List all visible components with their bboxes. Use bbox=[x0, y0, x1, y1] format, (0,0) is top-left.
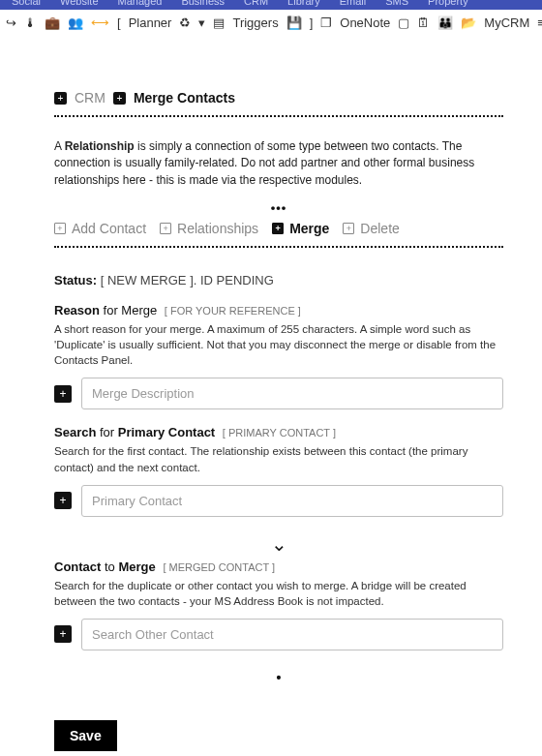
planner-link[interactable]: Planner bbox=[129, 15, 172, 30]
divider bbox=[54, 246, 503, 248]
group-icon[interactable]: 👪 bbox=[437, 15, 453, 30]
section-heading: Reason for Merge [ FOR YOUR REFERENCE ] bbox=[54, 303, 503, 318]
filter-icon[interactable]: ▾ bbox=[198, 15, 205, 30]
section-desc: Search for the duplicate or other contac… bbox=[54, 578, 503, 609]
add-reason-button[interactable]: + bbox=[54, 385, 72, 403]
list-icon[interactable]: ▤ bbox=[213, 15, 225, 30]
nav-item[interactable]: Library bbox=[287, 0, 320, 7]
merge-description-input[interactable] bbox=[81, 378, 503, 409]
section-desc: Search for the first contact. The relati… bbox=[54, 443, 503, 474]
save-icon[interactable]: 💾 bbox=[286, 15, 302, 30]
nav-item[interactable]: Website bbox=[60, 0, 99, 7]
nav-item[interactable]: Email bbox=[340, 0, 367, 7]
dot-icon: • bbox=[54, 670, 503, 685]
section-reason: Reason for Merge [ FOR YOUR REFERENCE ] … bbox=[54, 303, 503, 409]
section-primary-contact: Search for Primary Contact [ PRIMARY CON… bbox=[54, 425, 503, 516]
tab-merge[interactable]: +Merge bbox=[272, 221, 329, 236]
chevron-down-icon[interactable]: ⌄ bbox=[54, 534, 503, 554]
nav-item[interactable]: CRM bbox=[244, 0, 268, 7]
section-heading: Search for Primary Contact [ PRIMARY CON… bbox=[54, 425, 503, 439]
triggers-link[interactable]: Triggers bbox=[232, 15, 278, 30]
bracket-left: [ bbox=[117, 15, 121, 30]
main-nav: Social Website Managed Business CRM Libr… bbox=[0, 0, 542, 10]
breadcrumb-plus-icon[interactable]: + bbox=[54, 92, 67, 105]
tool-briefcase-icon[interactable]: 💼 bbox=[45, 15, 60, 30]
menu-icon[interactable]: ≡ bbox=[537, 15, 542, 30]
tab-relationships[interactable]: +Relationships bbox=[160, 221, 258, 236]
tool-people-icon[interactable]: 👥 bbox=[68, 15, 83, 30]
tool-thermo-icon[interactable]: 🌡 bbox=[24, 15, 37, 30]
status-line: Status: [ NEW MERGE ]. ID PENDING bbox=[54, 273, 503, 287]
onenote-link[interactable]: OneNote bbox=[340, 15, 390, 30]
breadcrumb: + CRM + Merge Contacts bbox=[54, 90, 503, 106]
merge-contact-input[interactable] bbox=[81, 619, 503, 650]
ellipsis-icon[interactable]: ••• bbox=[54, 200, 503, 215]
tool-link-icon[interactable]: ⟷ bbox=[91, 15, 109, 30]
page-content: + CRM + Merge Contacts A Relationship is… bbox=[0, 36, 542, 751]
nav-item[interactable]: SMS bbox=[385, 0, 408, 7]
primary-contact-input[interactable] bbox=[81, 485, 503, 517]
toolbar: ↪ 🌡 💼 👥 ⟷ [ Planner ♻ ▾ ▤ Triggers 💾 ] ❐… bbox=[0, 10, 542, 36]
breadcrumb-plus-icon[interactable]: + bbox=[113, 92, 126, 105]
copy-icon[interactable]: ❐ bbox=[320, 15, 332, 30]
add-primary-button[interactable]: + bbox=[54, 492, 72, 509]
calendar-icon[interactable]: 🗓 bbox=[417, 15, 430, 30]
calendar-empty-icon[interactable]: ▢ bbox=[398, 15, 409, 30]
section-desc: A short reason for your merge. A maximum… bbox=[54, 321, 503, 368]
page-title: Merge Contacts bbox=[134, 90, 235, 106]
bracket-right: ] bbox=[310, 15, 314, 30]
save-button[interactable]: Save bbox=[54, 720, 117, 751]
action-tabs: +Add Contact +Relationships +Merge +Dele… bbox=[54, 221, 503, 236]
section-heading: Contact to Merge [ MERGED CONTACT ] bbox=[54, 559, 503, 574]
nav-item[interactable]: Social bbox=[12, 0, 41, 7]
divider bbox=[54, 115, 503, 117]
tool-arrow-out-icon[interactable]: ↪ bbox=[6, 15, 16, 30]
breadcrumb-section[interactable]: CRM bbox=[75, 90, 105, 106]
nav-item[interactable]: Managed bbox=[118, 0, 163, 7]
add-merge-button[interactable]: + bbox=[54, 625, 72, 643]
nav-item[interactable]: Property bbox=[428, 0, 468, 7]
recycle-icon[interactable]: ♻ bbox=[179, 15, 191, 30]
mycrm-link[interactable]: MyCRM bbox=[484, 15, 529, 30]
nav-item[interactable]: Business bbox=[181, 0, 225, 7]
tab-delete[interactable]: +Delete bbox=[343, 221, 399, 236]
intro-text: A Relationship is simply a connection of… bbox=[54, 138, 503, 189]
section-merged-contact: Contact to Merge [ MERGED CONTACT ] Sear… bbox=[54, 559, 503, 650]
tab-add-contact[interactable]: +Add Contact bbox=[54, 221, 146, 236]
folder-icon[interactable]: 📂 bbox=[461, 15, 476, 30]
